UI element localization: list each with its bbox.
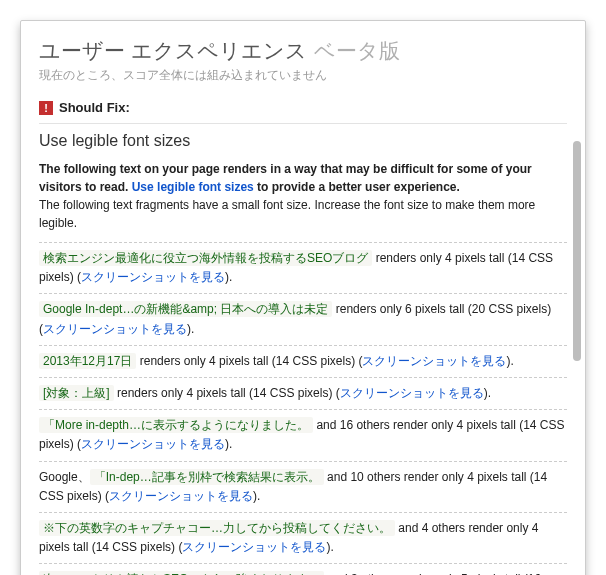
text-snippet: Google In-dept…の新機能&amp; 日本への導入は未定 [39,301,332,317]
scrollbar[interactable] [573,141,581,361]
text-snippet: ※下の英数字のキャプチャコー…力してから投稿してください。 [39,520,395,536]
beta-label: ベータ版 [314,39,400,62]
text-snippet: 「In-dep…記事を別枠で検索結果に表示。 [90,469,324,485]
section-title: Use legible font sizes [39,132,567,150]
list-item: Google、「In-dep…記事を別枠で検索結果に表示。 and 10 oth… [39,462,567,513]
item-pre: Google、 [39,470,90,484]
text-snippet: 検索エンジン最適化に役立つ海外情報を投稿するSEOブログ [39,250,372,266]
intro-bold-2: to provide a better user experience. [254,180,460,194]
text-snippet: 2013年12月17日 [39,353,136,369]
alert-icon: ! [39,101,53,115]
list-item: ※下の英数字のキャプチャコー…力してから投稿してください。 and 4 othe… [39,513,567,564]
intro-plain: The following text fragments have a smal… [39,198,535,230]
should-fix-label: Should Fix: [59,100,130,115]
list-item: [対象：上級] renders only 4 pixels tall (14 C… [39,378,567,410]
ux-panel: ユーザー エクスペリエンス ベータ版 現在のところ、スコア全体には組み込まれてい… [20,20,586,575]
list-item: 2013年12月17日 renders only 4 pixels tall (… [39,346,567,378]
intro-link[interactable]: Use legible font sizes [132,180,254,194]
list-item: 検索エンジン最適化に役立つ海外情報を投稿するSEOブログ renders onl… [39,243,567,294]
item-desc: renders only 4 pixels tall (14 CSS pixel… [136,354,362,368]
should-fix-header: ! Should Fix: [39,100,567,115]
text-snippet: 「More in-depth…に表示するようになりました。 [39,417,313,433]
screenshot-link[interactable]: スクリーンショットを見る [362,354,506,368]
item-desc: renders only 4 pixels tall (14 CSS pixel… [114,386,340,400]
screenshot-link[interactable]: スクリーンショットを見る [182,540,326,554]
section-legible-fonts: Use legible font sizes The following tex… [39,123,567,575]
issue-list: 検索エンジン最適化に役立つ海外情報を投稿するSEOブログ renders onl… [39,242,567,575]
header: ユーザー エクスペリエンス ベータ版 [39,37,567,65]
page-subtitle: 現在のところ、スコア全体には組み込まれていません [39,67,567,84]
list-item: 「More in-depth…に表示するようになりました。 and 16 oth… [39,410,567,461]
section-intro: The following text on your page renders … [39,160,567,232]
text-snippet: [対象：上級] [39,385,114,401]
screenshot-link[interactable]: スクリーンショットを見る [109,489,253,503]
text-snippet: 次のエントリも読むとSEOにさらに強くなります。 [39,571,324,575]
list-item: 次のエントリも読むとSEOにさらに強くなります。 and 3 others re… [39,564,567,575]
page-title: ユーザー エクスペリエンス [39,39,307,62]
list-item: Google In-dept…の新機能&amp; 日本への導入は未定 rende… [39,294,567,345]
screenshot-link[interactable]: スクリーンショットを見る [43,322,187,336]
screenshot-link[interactable]: スクリーンショットを見る [340,386,484,400]
screenshot-link[interactable]: スクリーンショットを見る [81,270,225,284]
screenshot-link[interactable]: スクリーンショットを見る [81,437,225,451]
